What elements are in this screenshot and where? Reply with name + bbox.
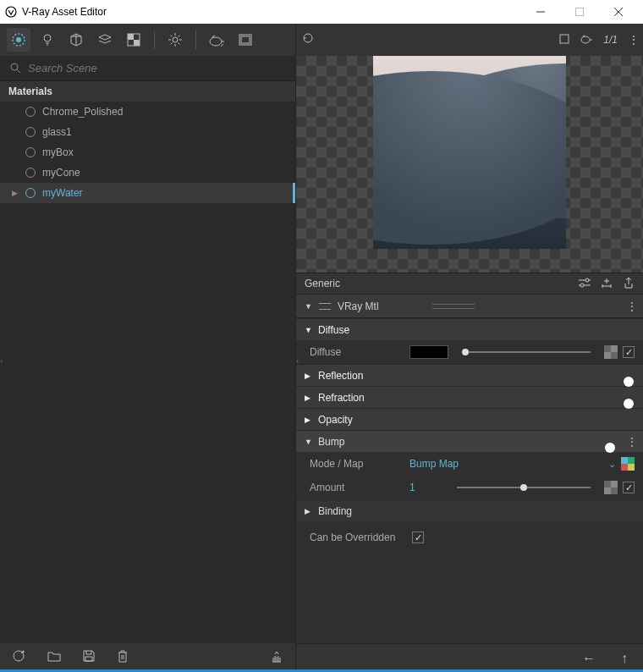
svg-point-13 [173,37,178,42]
material-name: glass1 [42,126,72,138]
up-icon[interactable]: ↑ [621,651,628,666]
render-tab-icon[interactable] [205,28,228,52]
param-value[interactable]: Bump Map [409,458,459,470]
lights-tab-icon[interactable] [36,28,59,52]
svg-point-17 [11,63,18,70]
svg-rect-2 [576,8,584,16]
framebuffer-tab-icon[interactable] [234,28,257,52]
param-bump-amount: Amount 1 [296,476,643,499]
preview-viewport[interactable] [296,56,643,273]
material-item[interactable]: glass1 [0,122,295,142]
materials-tab-icon[interactable] [7,28,30,52]
materials-list: Chrome_Polished glass1 myBox myCone ▶myW… [0,102,295,643]
material-name: myBox [42,146,74,158]
material-type-row[interactable]: ▼ VRay Mtl [296,295,643,318]
material-item[interactable]: myBox [0,142,295,162]
overridden-checkbox[interactable] [412,532,424,543]
left-toolbar [0,24,295,56]
preview-ratio[interactable]: 1/1 [603,34,618,46]
right-expander[interactable]: ‹ [296,348,303,373]
app-icon [5,6,17,18]
svg-point-7 [44,35,51,41]
drag-grip-icon[interactable] [432,304,475,309]
material-item[interactable]: Chrome_Polished [0,102,295,122]
search-input[interactable] [28,62,285,74]
bump-menu-icon[interactable] [626,435,635,449]
right-panel: ‹ 1/1 Generic [296,24,643,672]
svg-line-18 [17,69,20,73]
param-bump-mode: Mode / Map Bump Map ⌄ [296,452,643,476]
right-bottombar: ← ↑ [296,643,643,672]
param-label: Diffuse [310,346,403,358]
window-title: V-Ray Asset Editor [22,6,107,18]
param-label: Amount [310,482,403,493]
group-opacity[interactable]: ▶Opacity [296,408,643,430]
color-swatch[interactable] [409,345,448,359]
search-bar[interactable] [0,56,295,81]
add-layer-icon[interactable] [601,277,613,291]
settings-tab-icon[interactable] [163,28,187,52]
purge-icon[interactable] [270,650,283,666]
svg-point-23 [581,36,590,43]
group-binding[interactable]: ▶Binding [296,499,643,521]
sliders-icon[interactable] [579,278,591,290]
map-button[interactable] [604,481,618,494]
map-button[interactable] [621,457,635,471]
group-label: Diffuse [318,324,349,336]
svg-point-6 [16,37,21,42]
folder-icon[interactable] [47,650,61,665]
preview-menu-icon[interactable] [628,33,636,47]
back-icon[interactable]: ← [582,651,596,666]
maximize-button[interactable] [560,0,599,24]
collapse-caret-icon[interactable]: ▼ [305,302,312,311]
group-refraction[interactable]: ▶Refraction [296,386,643,408]
svg-rect-22 [560,35,569,43]
preview-box-icon[interactable] [559,34,569,47]
map-button[interactable] [604,345,618,359]
add-icon[interactable] [12,649,25,666]
group-label: Binding [318,505,352,517]
material-item[interactable]: myCone [0,162,295,183]
minimize-button[interactable] [521,0,560,24]
map-enable-checkbox[interactable] [623,346,635,358]
textures-tab-icon[interactable] [122,28,146,52]
svg-rect-11 [128,34,134,40]
group-bump[interactable]: ▼Bump [296,430,643,452]
svg-point-25 [585,278,589,282]
material-item[interactable]: ▶myWater [0,183,295,203]
material-menu-icon[interactable] [626,300,635,313]
preview-render [373,56,566,249]
overridden-label: Can be Overridden [310,532,395,543]
group-label: Bump [318,436,344,448]
layers-tab-icon[interactable] [93,28,117,52]
amount-slider[interactable] [457,482,591,493]
svg-point-0 [6,7,16,17]
material-swatch-icon [25,168,36,178]
material-name: myCone [42,167,80,179]
delete-icon[interactable] [117,650,129,666]
chevron-down-icon[interactable]: ⌄ [608,459,616,470]
close-button[interactable] [599,0,638,24]
group-diffuse[interactable]: ▼Diffuse [296,318,643,340]
material-name: Chrome_Polished [42,106,123,118]
diffuse-slider[interactable] [462,346,591,358]
materials-header: Materials [0,81,295,102]
properties-body: ▼Diffuse Diffuse ▶Reflection ▶Refraction… [296,318,643,643]
svg-rect-12 [134,40,140,46]
overridden-row: Can be Overridden [296,521,643,543]
svg-point-27 [580,284,584,287]
window-titlebar: V-Ray Asset Editor [0,0,643,24]
preview-toggle-icon[interactable] [303,32,318,47]
export-icon[interactable] [623,277,635,291]
group-label: Opacity [318,414,353,426]
param-value[interactable]: 1 [409,482,443,493]
material-type-label: VRay Mtl [338,300,379,312]
map-enable-checkbox[interactable] [623,482,635,493]
geometry-tab-icon[interactable] [64,28,88,52]
group-reflection[interactable]: ▶Reflection [296,364,643,386]
save-icon[interactable] [83,650,95,665]
left-bottombar [0,643,295,672]
grip-icon [319,303,331,310]
left-expander[interactable]: ‹ [0,348,7,373]
preview-teapot-icon[interactable] [580,34,593,47]
